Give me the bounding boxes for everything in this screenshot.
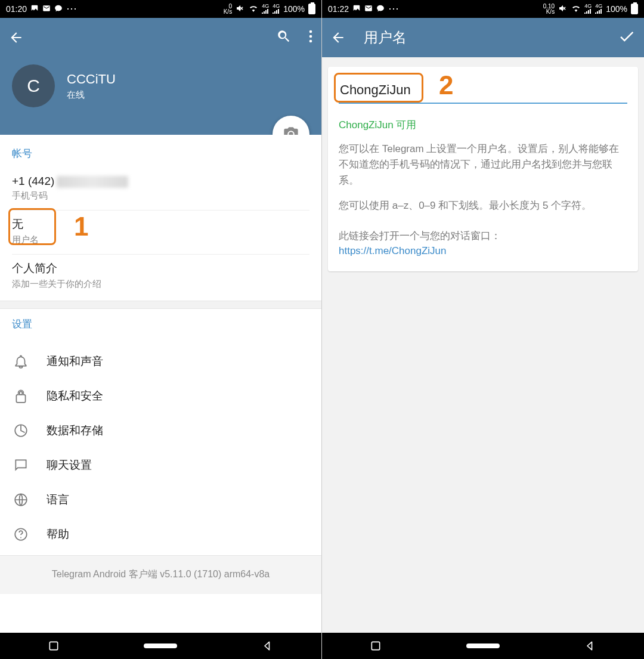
nav-home-button[interactable] (453, 640, 513, 652)
username-description-2: 您可以使用 a–z、0–9 和下划线。最小长度为 5 个字符。 (339, 198, 627, 214)
svg-rect-8 (144, 643, 177, 648)
username-link[interactable]: https://t.me/ChongZiJun (339, 245, 627, 257)
avatar[interactable]: C (12, 64, 55, 107)
menu-button[interactable] (308, 29, 313, 46)
settings-section: 设置 (0, 309, 321, 339)
svg-point-6 (20, 537, 21, 539)
screen-username-edit: 01:22 0.10K/s 4G 4G 100% (322, 0, 644, 659)
more-icon (66, 4, 77, 14)
wifi-icon (571, 4, 581, 15)
bio-value: 个人简介 (12, 261, 309, 276)
settings-item-label: 聊天设置 (47, 457, 92, 473)
section-divider (0, 301, 321, 309)
profile-status: 在线 (67, 89, 116, 101)
help-icon (12, 525, 30, 543)
username-card: 2 ChongZiJun 可用 您可以在 Telegram 上设置一个用户名。设… (328, 67, 638, 271)
annotation-number-1: 1 (74, 212, 88, 242)
settings-list: 通知和声音 隐私和安全 数据和存储 聊天设置 语言 (0, 339, 321, 555)
annotation-box-1 (8, 208, 56, 245)
account-section: 帐号 +1 (442) 手机号码 无 用户名 1 个人简介 添加一些关于你的介绍 (0, 135, 321, 301)
signal-4g-icon: 4G (584, 3, 592, 15)
settings-item-notifications[interactable]: 通知和声音 (0, 344, 321, 379)
svg-point-0 (309, 30, 312, 33)
settings-item-label: 通知和声音 (47, 354, 103, 369)
username-link-label: 此链接会打开一个与您的对话窗口： (339, 229, 627, 243)
profile-header: C CCCiTU 在线 (0, 57, 321, 135)
phone-row[interactable]: +1 (442) 手机号码 (12, 169, 309, 211)
account-section-title: 帐号 (12, 147, 309, 160)
battery-percent: 100% (283, 4, 305, 14)
app-bar: 用户名 (322, 18, 644, 57)
nav-back-button[interactable] (238, 640, 298, 652)
gmail-icon (364, 4, 373, 14)
svg-point-2 (309, 40, 312, 43)
data-icon (12, 422, 30, 440)
globe-icon (12, 491, 30, 509)
annotation-box-2 (334, 73, 423, 103)
settings-item-label: 隐私和安全 (47, 388, 103, 404)
chat-icon (376, 4, 385, 14)
settings-item-chat[interactable]: 聊天设置 (0, 448, 321, 482)
network-speed: 0K/s (224, 4, 232, 14)
settings-item-data[interactable]: 数据和存储 (0, 413, 321, 448)
phone-label: 手机号码 (12, 190, 309, 202)
lock-icon (12, 387, 30, 405)
bio-row[interactable]: 个人简介 添加一些关于你的介绍 (12, 255, 309, 298)
image-icon (30, 4, 39, 14)
back-button[interactable] (8, 29, 25, 46)
chat-icon (54, 4, 63, 14)
settings-item-language[interactable]: 语言 (0, 482, 321, 517)
screen-settings: 01:20 0K/s 4G 4G 100% (0, 0, 322, 659)
version-footer: Telegram Android 客户端 v5.11.0 (1710) arm6… (0, 555, 321, 594)
battery-percent: 100% (606, 4, 627, 14)
chat-settings-icon (12, 456, 30, 474)
battery-icon (631, 4, 638, 14)
svg-point-1 (309, 35, 312, 38)
search-button[interactable] (276, 29, 292, 47)
settings-item-label: 语言 (47, 492, 69, 508)
image-icon (352, 4, 361, 14)
signal-4g-icon-2: 4G (595, 3, 602, 15)
svg-rect-10 (466, 643, 500, 648)
network-speed: 0.10K/s (543, 4, 555, 14)
bell-icon (12, 352, 30, 370)
android-nav-bar (0, 633, 321, 659)
settings-item-label: 帮助 (47, 527, 69, 542)
confirm-button[interactable] (618, 27, 636, 48)
nav-recent-button[interactable] (346, 640, 405, 652)
status-time: 01:20 (6, 4, 27, 14)
android-nav-bar (322, 633, 644, 659)
username-label: 用户名 (12, 234, 309, 246)
settings-section-title: 设置 (12, 317, 309, 331)
app-bar (0, 18, 321, 57)
bio-label: 添加一些关于你的介绍 (12, 279, 309, 290)
status-time: 01:22 (328, 4, 349, 14)
signal-4g-icon: 4G (262, 3, 269, 15)
nav-back-button[interactable] (561, 640, 620, 652)
svg-rect-9 (371, 642, 379, 649)
profile-name: CCCiTU (67, 72, 116, 87)
settings-item-help[interactable]: 帮助 (0, 517, 321, 552)
status-bar: 01:20 0K/s 4G 4G 100% (0, 0, 321, 18)
nav-home-button[interactable] (131, 640, 190, 652)
signal-4g-icon-2: 4G (273, 3, 280, 15)
battery-icon (308, 4, 315, 14)
more-icon (388, 4, 399, 14)
username-row[interactable]: 无 用户名 1 (12, 211, 309, 255)
status-bar: 01:22 0.10K/s 4G 4G 100% (322, 0, 644, 18)
username-availability: ChongZiJun 可用 (339, 118, 627, 132)
nav-recent-button[interactable] (24, 640, 83, 652)
username-value: 无 (12, 216, 309, 232)
phone-redacted (57, 176, 128, 188)
settings-item-label: 数据和存储 (47, 423, 103, 438)
back-button[interactable] (330, 29, 347, 46)
settings-item-privacy[interactable]: 隐私和安全 (0, 379, 321, 413)
appbar-title: 用户名 (364, 28, 618, 47)
svg-rect-7 (49, 642, 57, 649)
mute-icon (236, 4, 245, 15)
username-description-1: 您可以在 Telegram 上设置一个用户名。设置后，别人将能够在不知道您的手机… (339, 141, 627, 188)
gmail-icon (42, 4, 51, 14)
phone-value: +1 (442) (12, 175, 309, 188)
mute-icon (558, 4, 568, 15)
wifi-icon (249, 4, 258, 15)
